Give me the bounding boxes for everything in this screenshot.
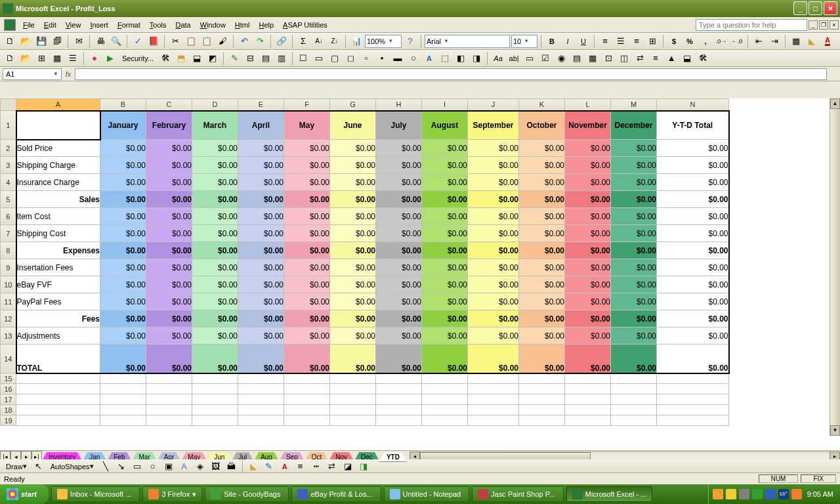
empty-cell[interactable] — [100, 415, 146, 426]
row-header-9[interactable]: 9 — [1, 259, 16, 276]
sort-desc-button[interactable]: Z↓ — [327, 34, 342, 49]
cell-apr-5[interactable]: $0.00 — [238, 191, 284, 208]
cell-feb-12[interactable]: $0.00 — [146, 310, 192, 327]
cell-may-7[interactable]: $0.00 — [284, 225, 330, 242]
cell-oct-10[interactable]: $0.00 — [519, 276, 565, 293]
cell-nov-7[interactable]: $0.00 — [565, 225, 611, 242]
cell-oct-2[interactable]: $0.00 — [519, 140, 565, 157]
header-mar[interactable]: March — [192, 111, 238, 140]
cell-jan-5[interactable]: $0.00 — [100, 191, 146, 208]
taskbar-button[interactable]: eBay Profit & Los... — [291, 486, 381, 502]
cell-may-6[interactable]: $0.00 — [284, 208, 330, 225]
empty-cell[interactable] — [611, 405, 657, 415]
arrow-button[interactable]: ↘ — [114, 459, 129, 474]
cell-jan-2[interactable]: $0.00 — [100, 140, 146, 157]
cell-nov-5[interactable]: $0.00 — [565, 191, 611, 208]
row-header-2[interactable]: 2 — [1, 140, 16, 157]
cell-sep-4[interactable]: $0.00 — [468, 174, 519, 191]
font-size-combo[interactable]: 10▼ — [511, 35, 537, 48]
cell-jun-11[interactable]: $0.00 — [330, 293, 376, 310]
cell-aug-3[interactable]: $0.00 — [422, 157, 468, 174]
tray-icon-2[interactable] — [726, 489, 736, 499]
cell-jul-7[interactable]: $0.00 — [376, 225, 422, 242]
tb2-btn-9[interactable]: ⬒ — [174, 51, 188, 66]
font-color-button[interactable]: A — [820, 34, 835, 49]
total-sep[interactable]: $0.00 — [468, 345, 519, 373]
undo-button[interactable]: ↶ — [237, 34, 251, 49]
currency-button[interactable]: $ — [667, 34, 681, 49]
cell-sep-3[interactable]: $0.00 — [468, 157, 519, 174]
cell-apr-12[interactable]: $0.00 — [238, 310, 284, 327]
cell-jun-8[interactable]: $0.00 — [330, 242, 376, 259]
tb2-btn-36[interactable]: ◫ — [617, 51, 631, 66]
mdi-minimize-button[interactable]: _ — [808, 20, 818, 30]
empty-cell[interactable] — [330, 405, 376, 415]
empty-cell[interactable] — [16, 373, 100, 384]
empty-cell[interactable] — [657, 384, 729, 394]
row-header-16[interactable]: 16 — [1, 384, 16, 394]
cell-mar-10[interactable]: $0.00 — [192, 276, 238, 293]
empty-cell[interactable] — [565, 373, 611, 384]
empty-cell[interactable] — [238, 415, 284, 426]
tb2-btn-20[interactable]: ▫ — [359, 51, 373, 66]
cell-ytd-9[interactable]: $0.00 — [657, 259, 729, 276]
name-box[interactable]: A1▼ — [3, 68, 62, 80]
cell-mar-7[interactable]: $0.00 — [192, 225, 238, 242]
cell-ytd-3[interactable]: $0.00 — [657, 157, 729, 174]
copy-button[interactable]: 📋 — [184, 34, 198, 49]
empty-cell[interactable] — [284, 384, 330, 394]
label-row-8[interactable]: Expenses — [16, 242, 100, 259]
empty-cell[interactable] — [330, 373, 376, 384]
tb2-btn-22[interactable]: ▬ — [390, 51, 405, 66]
tb2-btn-5[interactable]: ☰ — [66, 51, 80, 66]
shadow-button[interactable]: ◪ — [341, 459, 355, 474]
col-header-K[interactable]: K — [519, 99, 565, 111]
chart-wizard-button[interactable]: 📊 — [349, 34, 364, 49]
row-header-15[interactable]: 15 — [1, 373, 16, 384]
cell-sep-12[interactable]: $0.00 — [468, 310, 519, 327]
cell-may-2[interactable]: $0.00 — [284, 140, 330, 157]
empty-cell[interactable] — [146, 415, 192, 426]
empty-cell[interactable] — [284, 394, 330, 405]
cell-ytd-7[interactable]: $0.00 — [657, 225, 729, 242]
cell-oct-6[interactable]: $0.00 — [519, 208, 565, 225]
cell-mar-11[interactable]: $0.00 — [192, 293, 238, 310]
empty-cell[interactable] — [519, 405, 565, 415]
empty-cell[interactable] — [100, 384, 146, 394]
empty-cell[interactable] — [468, 373, 519, 384]
new-button[interactable]: 🗋 — [3, 34, 17, 49]
tb2-btn-15[interactable]: ▥ — [274, 51, 289, 66]
cell-oct-13[interactable]: $0.00 — [519, 327, 565, 345]
cell-sep-8[interactable]: $0.00 — [468, 242, 519, 259]
cell-aug-2[interactable]: $0.00 — [422, 140, 468, 157]
cell-sep-10[interactable]: $0.00 — [468, 276, 519, 293]
draw-menu-button[interactable]: Draw ▾ — [3, 459, 30, 474]
tray-icon-4[interactable] — [752, 489, 763, 499]
empty-cell[interactable] — [100, 394, 146, 405]
header-feb[interactable]: February — [146, 111, 192, 140]
tb2-btn-38[interactable]: ≡ — [648, 51, 663, 66]
col-header-M[interactable]: M — [611, 99, 657, 111]
run-macro-button[interactable]: ▶ — [103, 51, 117, 66]
cell-jan-4[interactable]: $0.00 — [100, 174, 146, 191]
cell-jul-8[interactable]: $0.00 — [376, 242, 422, 259]
select-all-corner[interactable] — [1, 99, 16, 111]
save-button[interactable]: 💾 — [34, 34, 49, 49]
cell-oct-4[interactable]: $0.00 — [519, 174, 565, 191]
tray-temp-icon[interactable]: 16° — [778, 489, 789, 499]
cell-mar-13[interactable]: $0.00 — [192, 327, 238, 345]
cell-jun-6[interactable]: $0.00 — [330, 208, 376, 225]
row-header-6[interactable]: 6 — [1, 208, 16, 225]
tb2-btn-31[interactable]: ☑ — [538, 51, 553, 66]
cell-feb-11[interactable]: $0.00 — [146, 293, 192, 310]
empty-cell[interactable] — [238, 373, 284, 384]
mdi-restore-button[interactable]: ❐ — [819, 20, 828, 30]
empty-cell[interactable] — [100, 373, 146, 384]
col-header-C[interactable]: C — [146, 99, 192, 111]
col-header-I[interactable]: I — [422, 99, 468, 111]
row-header-8[interactable]: 8 — [1, 242, 16, 259]
taskbar-button[interactable]: Untitled - Notepad — [384, 486, 470, 502]
menu-window[interactable]: Window — [196, 20, 230, 30]
cell-A1[interactable] — [16, 111, 100, 140]
font-name-combo[interactable]: Arial▼ — [425, 35, 510, 48]
